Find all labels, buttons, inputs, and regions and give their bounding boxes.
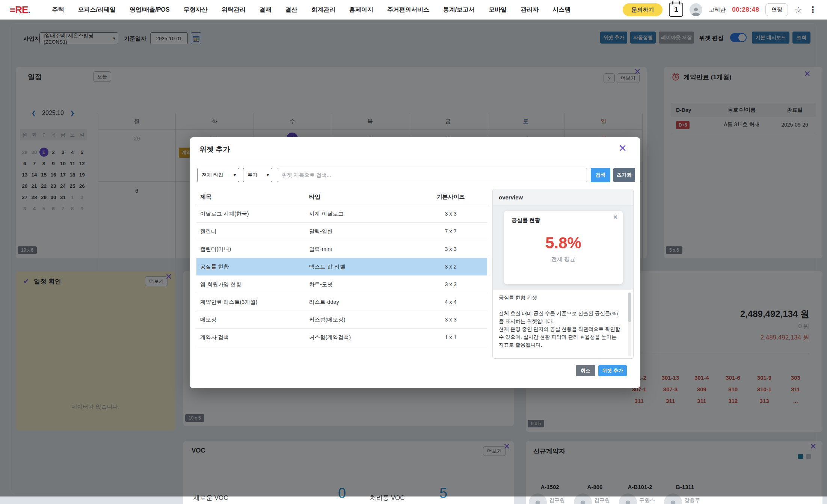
row-type: 커스텀(메모장) <box>309 316 414 323</box>
extend-session-button[interactable]: 연장 <box>765 3 788 16</box>
modal-add-widget-button[interactable]: 위젯 추가 <box>598 365 627 376</box>
widget-table-body: 아날로그 시계(한국)시계-아날로그3 x 3캘린더달력-일반7 x 7캘린더(… <box>196 205 487 346</box>
main-menu: 주택오피스/리테일영업/매출/POS무형자산위탁관리결재결산회계관리홈페이지주거… <box>52 6 571 14</box>
overview-panel: overview 공실률 현황 × 5.8% 전체 평균 공실률 현황 위젯 전… <box>492 189 634 359</box>
row-type: 차트-도넛 <box>309 281 414 288</box>
menu-item-8[interactable]: 홈페이지 <box>349 6 373 14</box>
menu-item-9[interactable]: 주거편의서비스 <box>387 6 429 14</box>
app-logo[interactable]: ≡RE. <box>10 4 30 16</box>
col-size: 기본사이즈 <box>414 193 487 201</box>
inquiry-button[interactable]: 문의하기 <box>623 3 663 16</box>
contractor-name: 김구원 <box>549 497 565 504</box>
row-size: 3 x 3 <box>414 317 487 323</box>
widget-preview-area: 공실률 현황 × 5.8% 전체 평균 <box>493 205 633 290</box>
row-title: 앱 회원가입 현황 <box>196 281 309 288</box>
row-title: 캘린더(미니) <box>196 246 309 253</box>
widget-table: 제목 타입 기본사이즈 아날로그 시계(한국)시계-아날로그3 x 3캘린더달력… <box>196 189 487 359</box>
row-title: 캘린더 <box>196 228 309 235</box>
description-scrollbar <box>628 293 631 356</box>
menu-item-4[interactable]: 위탁관리 <box>222 6 246 14</box>
widget-table-row[interactable]: 캘린더(미니)달력-mini3 x 3 <box>196 240 487 258</box>
add-widget-modal: 위젯 추가 ✕ 전체 타입 추가 검색 초기화 제목 타입 기본사이즈 아날로그… <box>190 137 640 388</box>
row-size: 3 x 3 <box>414 246 487 252</box>
menu-item-13[interactable]: 시스템 <box>552 6 570 14</box>
widget-table-row[interactable]: 아날로그 시계(한국)시계-아날로그3 x 3 <box>196 205 487 223</box>
widget-table-row[interactable]: 앱 회원가입 현황차트-도넛3 x 3 <box>196 276 487 293</box>
modal-title: 위젯 추가 <box>199 145 230 154</box>
widget-description-area: 공실률 현황 위젯 전체 호실 대비 공실 수를 기준으로 산출된 공실률(%)… <box>493 290 633 359</box>
user-name: 고혜란 <box>709 6 726 14</box>
modal-reset-button[interactable]: 초기화 <box>613 168 635 182</box>
row-title: 공실률 현황 <box>196 263 309 270</box>
col-title: 제목 <box>196 193 309 201</box>
app-root: ≡RE. 주택오피스/리테일영업/매출/POS무형자산위탁관리결재결산회계관리홈… <box>0 0 827 504</box>
vacancy-rate-label: 전체 평균 <box>504 256 623 263</box>
menu-item-5[interactable]: 결재 <box>260 6 272 14</box>
menu-item-6[interactable]: 결산 <box>285 6 297 14</box>
person-icon <box>691 6 701 16</box>
widget-table-header: 제목 타입 기본사이즈 <box>196 189 487 205</box>
vacancy-rate-value: 5.8% <box>504 234 623 252</box>
menu-item-12[interactable]: 관리자 <box>521 6 539 14</box>
menu-item-2[interactable]: 영업/매출/POS <box>130 6 170 14</box>
row-type: 텍스트-값-라벨 <box>309 263 414 270</box>
modal-divider <box>190 162 640 162</box>
contractor-name: 김구원 <box>594 497 610 504</box>
row-title: 계약만료 리스트(3개월) <box>196 299 309 306</box>
menu-item-11[interactable]: 모바일 <box>489 6 507 14</box>
contractor-name: 구원스 <box>639 497 655 504</box>
menu-item-7[interactable]: 회계관리 <box>311 6 335 14</box>
row-type: 커스텀(계약검색) <box>309 334 414 341</box>
widget-table-row[interactable]: 공실률 현황텍스트-값-라벨3 x 2 <box>196 258 487 276</box>
row-size: 7 x 7 <box>414 228 487 234</box>
widget-table-row[interactable]: 메모장커스텀(메모장)3 x 3 <box>196 311 487 329</box>
favorite-star-icon[interactable]: ☆ <box>794 6 802 14</box>
menu-item-0[interactable]: 주택 <box>52 6 64 14</box>
row-size: 4 x 4 <box>414 299 487 305</box>
widget-type-select[interactable]: 전체 타입 <box>197 168 239 182</box>
row-title: 계약자 검색 <box>196 334 309 341</box>
preview-card-title: 공실률 현황 <box>512 217 540 224</box>
overview-header: overview <box>493 189 633 205</box>
row-title: 아날로그 시계(한국) <box>196 210 309 217</box>
row-size: 3 x 3 <box>414 281 487 287</box>
widget-table-row[interactable]: 계약만료 리스트(3개월)리스트-dday4 x 4 <box>196 293 487 311</box>
widget-search-input[interactable] <box>277 168 587 182</box>
widget-description: 공실률 현황 위젯 전체 호실 대비 공실 수를 기준으로 산출된 공실률(%)… <box>499 294 621 349</box>
row-size: 1 x 1 <box>414 334 487 340</box>
modal-search-button[interactable]: 검색 <box>591 168 610 182</box>
menu-item-1[interactable]: 오피스/리테일 <box>78 6 116 14</box>
top-navigation-bar: ≡RE. 주택오피스/리테일영업/매출/POS무형자산위탁관리결재결산회계관리홈… <box>0 0 827 20</box>
row-type: 리스트-dday <box>309 299 414 306</box>
calendar-day-icon[interactable]: 1 <box>669 3 683 17</box>
menu-item-3[interactable]: 무형자산 <box>184 6 208 14</box>
topbar-right-cluster: 문의하기 1 고혜란 00:28:48 연장 ☆ ⋮ <box>623 3 817 17</box>
row-size: 3 x 2 <box>414 264 487 270</box>
preview-card-close-icon[interactable]: × <box>613 213 617 221</box>
row-title: 메모장 <box>196 316 309 323</box>
modal-cancel-button[interactable]: 취소 <box>576 365 595 376</box>
contractor-name: 강용주 <box>684 497 700 504</box>
row-type: 달력-일반 <box>309 228 414 235</box>
user-avatar[interactable] <box>690 3 702 16</box>
widget-table-row[interactable]: 계약자 검색커스텀(계약검색)1 x 1 <box>196 329 487 346</box>
menu-item-10[interactable]: 통계/보고서 <box>443 6 475 14</box>
calendar-day-number: 1 <box>674 6 678 14</box>
widget-table-row[interactable]: 캘린더달력-일반7 x 7 <box>196 223 487 240</box>
modal-close-icon[interactable]: ✕ <box>618 142 627 154</box>
row-type: 시계-아날로그 <box>309 210 414 217</box>
scrollbar-thumb[interactable] <box>628 293 631 322</box>
row-size: 3 x 3 <box>414 211 487 217</box>
more-menu-icon[interactable]: ⋮ <box>809 6 817 14</box>
widget-preview-card: 공실률 현황 × 5.8% 전체 평균 <box>504 211 623 284</box>
col-type: 타입 <box>309 193 414 201</box>
row-type: 달력-mini <box>309 246 414 253</box>
session-timer: 00:28:48 <box>732 6 759 14</box>
widget-action-select[interactable]: 추가 <box>243 168 272 182</box>
